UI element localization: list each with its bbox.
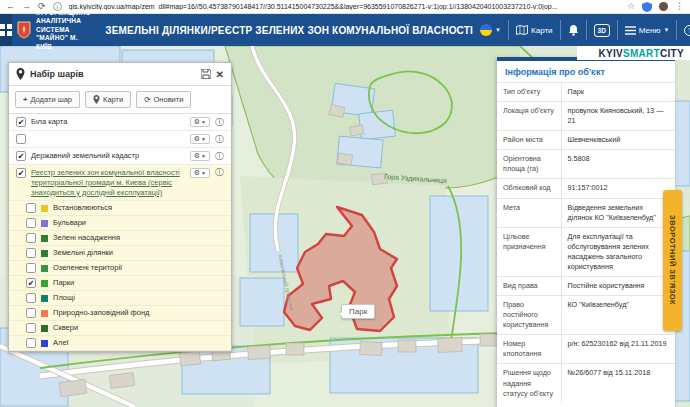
sublayer-checkbox[interactable] bbox=[26, 308, 36, 318]
info-row-label: Обліковий код bbox=[497, 179, 561, 198]
layer-row: ⚙ ▼ⓘ bbox=[9, 131, 231, 148]
sublayer-color-swatch bbox=[41, 280, 48, 287]
back-icon[interactable]: ← bbox=[6, 2, 15, 11]
pin-icon bbox=[93, 95, 100, 104]
sublayer-checkbox[interactable] bbox=[26, 233, 36, 243]
sublayer-checkbox[interactable] bbox=[26, 293, 36, 303]
info-row-label: Цільове призначення bbox=[497, 227, 561, 276]
info-row: Номер клопотанняр/н: 625230162 від 21.11… bbox=[497, 335, 675, 364]
browser-toolbar: ← → ⟳ i gis.kyivcity.gov.ua/map/zem_dil#… bbox=[0, 0, 690, 14]
layer-info-icon[interactable]: ⓘ bbox=[215, 135, 224, 144]
object-info-table: Тип об'єктуПаркЛокація об'єктупровулок К… bbox=[497, 82, 675, 403]
browser-menu-icon[interactable]: ⋮ bbox=[675, 2, 684, 11]
info-row-value: 91:157:0012 bbox=[561, 179, 675, 198]
layer-settings-gear-icon[interactable]: ⚙ ▼ bbox=[190, 168, 210, 178]
info-row-value: Постійне користування bbox=[561, 277, 675, 296]
sublayer-checkbox[interactable] bbox=[26, 203, 36, 213]
sublayer-row: Встановлюються bbox=[9, 201, 231, 216]
forward-icon[interactable]: → bbox=[22, 2, 31, 11]
object-info-panel: Інформація про об'єкт Тип об'єктуПаркЛок… bbox=[497, 57, 675, 407]
page: ← → ⟳ i gis.kyivcity.gov.ua/map/zem_dil#… bbox=[0, 0, 690, 407]
layer-info-icon[interactable]: ⓘ bbox=[215, 152, 224, 161]
sublayer-checkbox[interactable] bbox=[26, 248, 36, 258]
sublayer-label: Природно-заповідний фонд bbox=[53, 308, 224, 318]
save-layerset-icon[interactable] bbox=[201, 69, 211, 79]
system-title: ІНФОРМАЦІЙНО-АНАЛІТИЧНА СИСТЕМА "МАЙНО" … bbox=[36, 9, 93, 51]
map-icon bbox=[516, 25, 528, 35]
layer-settings-gear-icon[interactable]: ⚙ ▼ bbox=[190, 117, 210, 127]
info-row-label: Номер клопотання bbox=[497, 335, 561, 364]
info-row-value: КО "Київзеленбуд" bbox=[561, 296, 675, 335]
layer-checkbox[interactable] bbox=[16, 117, 26, 127]
info-row: Район містаШевченківський bbox=[497, 131, 675, 150]
reload-icon[interactable]: ⟳ bbox=[38, 2, 46, 11]
sublayer-label: Площі bbox=[53, 293, 224, 303]
maps-button[interactable]: Карти bbox=[509, 14, 560, 46]
feedback-tab-label: ЗВОРОТНИЙ ЗВ'ЯЗОК bbox=[668, 215, 677, 305]
sublayer-row: Озеленені території bbox=[9, 261, 231, 276]
ukraine-flag-icon bbox=[480, 24, 492, 36]
maps-panel-button[interactable]: Карти bbox=[85, 91, 131, 108]
info-row: Вид праваПостійне користування bbox=[497, 277, 675, 296]
info-row: Тип об'єктуПарк bbox=[497, 83, 675, 102]
address-bar[interactable]: gis.kyivcity.gov.ua/map/zem_dil#map=16//… bbox=[69, 3, 620, 10]
menu-button[interactable]: Меню ▼ bbox=[618, 14, 677, 46]
layer-row: Реєстр зелених зон комунальної власності… bbox=[9, 165, 231, 201]
browser-profile-avatar[interactable] bbox=[659, 2, 668, 11]
layer-row: Державний земельний кадастр⚙ ▼ⓘ bbox=[9, 148, 231, 165]
park-map-label[interactable]: Парк bbox=[341, 304, 375, 319]
sublayer-label: Озеленені території bbox=[53, 263, 224, 273]
feedback-tab[interactable]: ЗВОРОТНИЙ ЗВ'ЯЗОК bbox=[663, 190, 682, 331]
sublayer-row: Бульвари bbox=[9, 216, 231, 231]
layer-info-icon[interactable]: ⓘ bbox=[215, 118, 224, 127]
sublayer-color-swatch bbox=[41, 250, 48, 257]
layer-checkbox[interactable] bbox=[16, 168, 26, 178]
language-selector[interactable]: ▼ bbox=[473, 14, 508, 46]
site-info-icon[interactable]: i bbox=[53, 2, 62, 11]
bookmark-star-icon[interactable]: ☆ bbox=[627, 2, 635, 11]
refresh-layers-button[interactable]: ⟳Оновити bbox=[136, 91, 191, 108]
info-row: Локація об'єктупровулок Кияновський, 13 … bbox=[497, 102, 675, 131]
layer-info-icon[interactable]: ⓘ bbox=[215, 168, 224, 177]
plus-icon: + bbox=[23, 95, 27, 104]
sublayer-checkbox[interactable] bbox=[26, 278, 36, 288]
sublayer-checkbox[interactable] bbox=[26, 263, 36, 273]
sublayer-color-swatch bbox=[41, 325, 48, 332]
layer-row: Біла карта⚙ ▼ⓘ bbox=[9, 114, 231, 131]
sublayer-checkbox[interactable] bbox=[26, 323, 36, 333]
close-icon[interactable]: ✕ bbox=[216, 69, 224, 80]
notifications-button[interactable] bbox=[561, 14, 586, 46]
info-row-value: Відведення земельних ділянок КО "Київзел… bbox=[561, 198, 675, 227]
layer-label: Державний земельний кадастр bbox=[31, 151, 185, 161]
layer-settings-gear-icon[interactable]: ⚙ ▼ bbox=[190, 151, 210, 161]
page-title: ЗЕМЕЛЬНІ ДІЛЯНКИ/РЕЄСТР ЗЕЛЕНИХ ЗОН КОМУ… bbox=[105, 25, 473, 36]
info-row-label: Локація об'єкту bbox=[497, 102, 561, 131]
refresh-icon: ⟳ bbox=[144, 95, 150, 104]
layer-label: Біла карта bbox=[31, 117, 185, 127]
info-row-value: Для експлуатації та обслуговування зелен… bbox=[561, 227, 675, 276]
info-row-label: Район міста bbox=[497, 131, 561, 150]
help-icon: ? bbox=[684, 25, 690, 36]
info-row-label: Рішення щодо надання статусу об'єкту bbox=[497, 364, 561, 403]
threed-icon: 3D bbox=[594, 24, 610, 37]
layer-checkbox[interactable] bbox=[16, 151, 26, 161]
sublayer-row: Природно-заповідний фонд bbox=[9, 306, 231, 321]
app-grid-icon[interactable] bbox=[0, 14, 12, 46]
layer-link[interactable]: Реєстр зелених зон комунальної власності… bbox=[31, 168, 185, 197]
layer-checkbox[interactable] bbox=[16, 134, 26, 144]
sublayer-checkbox[interactable] bbox=[26, 338, 36, 348]
chevron-down-icon: ▼ bbox=[495, 27, 501, 33]
info-row-label: Мета bbox=[497, 198, 561, 227]
layer-settings-gear-icon[interactable]: ⚙ ▼ bbox=[190, 134, 210, 144]
info-row-value: Шевченківський bbox=[561, 131, 675, 150]
help-button[interactable]: ? bbox=[677, 14, 690, 46]
extension-shield-icon[interactable] bbox=[642, 2, 652, 12]
sublayer-checkbox[interactable] bbox=[26, 218, 36, 228]
sublayer-label: Парки bbox=[53, 278, 224, 288]
view-3d-button[interactable]: 3D bbox=[587, 14, 617, 46]
add-layer-button[interactable]: +Додати шар bbox=[15, 91, 80, 108]
sublayer-row: Зелені насадження bbox=[9, 231, 231, 246]
info-row: Цільове призначенняДля експлуатації та о… bbox=[497, 227, 675, 276]
info-row-label: Право постійного користування bbox=[497, 296, 561, 335]
info-row: Обліковий код91:157:0012 bbox=[497, 179, 675, 198]
